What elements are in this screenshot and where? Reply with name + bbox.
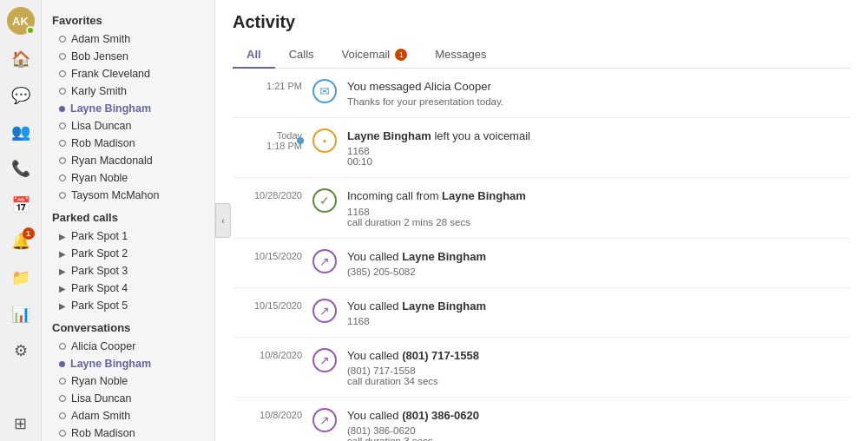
park-icon: ▶ [59, 284, 66, 293]
nav-home[interactable]: 🏠 [3, 42, 38, 76]
tab-voicemail[interactable]: Voicemail 1 [328, 41, 422, 68]
parked-calls-title: Parked calls [42, 204, 214, 227]
sidebar-item-taysom[interactable]: Taysom McMahon [42, 187, 214, 204]
feed-time: Today 1:18 PM [233, 128, 302, 151]
park-icon: ▶ [59, 249, 66, 259]
feed-time: 10/15/2020 [233, 299, 302, 311]
presence-icon [59, 395, 66, 402]
feed-item[interactable]: 10/8/2020 ↗ You called (801) 386-0620 (8… [233, 398, 851, 441]
activity-feed: 1:21 PM ✉ You messaged Alicia Cooper Tha… [215, 69, 868, 441]
apps-icon[interactable]: ⊞ [3, 406, 38, 441]
feed-icon-outgoing: ↗ [312, 299, 337, 323]
feed-item[interactable]: 10/15/2020 ↗ You called Layne Bingham 11… [233, 288, 851, 338]
sidebar-conv-adam[interactable]: Adam Smith [42, 407, 214, 425]
sidebar-item-layne-bingham[interactable]: Layne Bingham [42, 100, 214, 117]
feed-icon-incoming: ✓ [312, 188, 337, 213]
feed-content: You called (801) 717-1558 (801) 717-1558… [347, 348, 851, 386]
feed-content: You called Layne Bingham (385) 205-5082 [347, 249, 851, 277]
presence-icon [59, 70, 66, 77]
sidebar-conv-alicia[interactable]: Alicia Cooper [42, 338, 214, 355]
feed-time: 10/15/2020 [233, 249, 302, 261]
sidebar-item-park-4[interactable]: ▶ Park Spot 4 [42, 280, 214, 297]
activity-badge: 1 [23, 227, 35, 240]
sidebar-item-karly-smith[interactable]: Karly Smith [42, 82, 214, 100]
feed-sub-text: (801) 386-0620call duration 3 secs [347, 425, 851, 441]
sidebar-item-park-1[interactable]: ▶ Park Spot 1 [42, 227, 214, 245]
sidebar-conv-layne[interactable]: Layne Bingham [42, 355, 214, 372]
feed-content: You called Layne Bingham 1168 [347, 299, 851, 326]
sidebar-conv-ryan[interactable]: Ryan Noble [42, 372, 214, 390]
feed-item[interactable]: Today 1:18 PM ● Layne Bingham left you a… [233, 118, 851, 178]
nav-settings[interactable]: ⚙ [3, 333, 38, 368]
sidebar-item-ryan-macdonald[interactable]: Ryan Macdonald [42, 152, 214, 169]
unread-dot [297, 137, 304, 144]
main-content: Activity All Calls Voicemail 1 Messages … [215, 0, 868, 441]
sidebar-item-park-3[interactable]: ▶ Park Spot 3 [42, 262, 214, 280]
feed-content: You messaged Alicia Cooper Thanks for yo… [347, 79, 851, 107]
nav-teams[interactable]: 👥 [3, 115, 38, 149]
feed-sub-text: 116800:10 [347, 146, 851, 167]
nav-calls[interactable]: 📞 [3, 151, 38, 186]
sidebar-conv-lisa[interactable]: Lisa Duncan [42, 390, 214, 407]
main-header: Activity All Calls Voicemail 1 Messages [215, 0, 868, 69]
feed-item[interactable]: 10/28/2020 ✓ Incoming call from Layne Bi… [233, 178, 851, 238]
feed-icon-voicemail: ● [312, 128, 337, 153]
tab-calls[interactable]: Calls [275, 41, 328, 68]
feed-main-text: You called (801) 386-0620 [347, 408, 851, 424]
feed-time: 1:21 PM [233, 79, 302, 91]
sidebar-collapse-button[interactable]: ‹ [215, 203, 231, 238]
feed-sub-text: 1168call duration 2 mins 28 secs [347, 207, 851, 227]
feed-item[interactable]: 1:21 PM ✉ You messaged Alicia Cooper Tha… [233, 69, 851, 118]
tab-bar: All Calls Voicemail 1 Messages [233, 41, 851, 69]
presence-icon [59, 140, 66, 147]
conversations-title: Conversations [42, 314, 214, 338]
feed-item[interactable]: 10/15/2020 ↗ You called Layne Bingham (3… [233, 239, 851, 288]
nav-chat[interactable]: 💬 [3, 78, 38, 113]
sidebar-item-lisa-duncan[interactable]: Lisa Duncan [42, 117, 214, 135]
active-dot [59, 106, 65, 112]
feed-main-text: You messaged Alicia Cooper [347, 79, 851, 95]
nav-analytics[interactable]: 📊 [3, 297, 38, 332]
tab-all[interactable]: All [233, 41, 275, 68]
left-nav: AK 🏠 💬 👥 📞 📅 🔔 1 📁 📊 ⚙ ⊞ [0, 0, 42, 441]
page-title: Activity [233, 12, 851, 32]
presence-icon [59, 122, 66, 129]
sidebar-item-rob-madison[interactable]: Rob Madison [42, 135, 214, 152]
online-status-dot [26, 26, 35, 35]
feed-main-text: You called Layne Bingham [347, 249, 851, 265]
feed-time: 10/8/2020 [233, 408, 302, 420]
feed-time: 10/28/2020 [233, 188, 302, 201]
presence-icon [59, 157, 66, 164]
presence-icon [59, 412, 66, 419]
feed-sub-text: (801) 717-1558call duration 34 secs [347, 365, 851, 386]
presence-icon [59, 36, 66, 43]
nav-meetings[interactable]: 📅 [3, 188, 38, 222]
feed-main-text: You called Layne Bingham [347, 299, 851, 314]
sidebar-item-bob-jensen[interactable]: Bob Jensen [42, 48, 214, 65]
feed-icon-outgoing: ↗ [312, 249, 337, 273]
sidebar-item-frank-cleveland[interactable]: Frank Cleveland [42, 65, 214, 82]
feed-time: 10/8/2020 [233, 348, 302, 360]
nav-files[interactable]: 📁 [3, 260, 38, 295]
nav-activity[interactable]: 🔔 1 [3, 224, 38, 259]
sidebar-item-adam-smith[interactable]: Adam Smith [42, 30, 214, 48]
feed-sub-text: 1168 [347, 316, 851, 326]
feed-item[interactable]: 10/8/2020 ↗ You called (801) 717-1558 (8… [233, 338, 851, 398]
sidebar-item-park-5[interactable]: ▶ Park Spot 5 [42, 297, 214, 314]
feed-icon-message: ✉ [312, 79, 337, 103]
feed-content: Layne Bingham left you a voicemail 11680… [347, 128, 851, 167]
sidebar-item-park-2[interactable]: ▶ Park Spot 2 [42, 245, 214, 262]
feed-main-text: Incoming call from Layne Bingham [347, 188, 851, 204]
sidebar-item-ryan-noble[interactable]: Ryan Noble [42, 169, 214, 187]
tab-messages[interactable]: Messages [421, 41, 500, 68]
feed-icon-outgoing: ↗ [312, 408, 337, 432]
feed-content: Incoming call from Layne Bingham 1168cal… [347, 188, 851, 227]
presence-icon [59, 343, 66, 350]
avatar[interactable]: AK [7, 7, 35, 35]
sidebar-conv-rob[interactable]: Rob Madison [42, 425, 214, 441]
feed-sub-text: Thanks for your presentation today. [347, 96, 851, 107]
park-icon: ▶ [59, 232, 66, 241]
feed-icon-outgoing: ↗ [312, 348, 337, 372]
presence-icon [59, 192, 66, 199]
voicemail-badge: 1 [395, 49, 407, 61]
